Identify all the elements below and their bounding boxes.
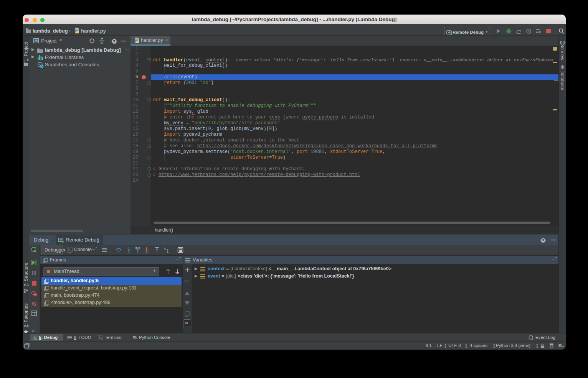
svg-text:?: ? — [562, 345, 564, 348]
